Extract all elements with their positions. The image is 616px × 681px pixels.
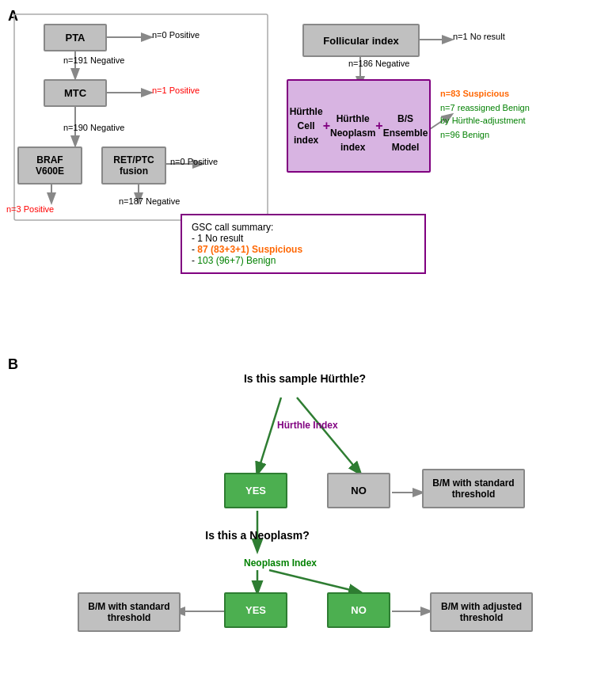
pta-box: PTA bbox=[44, 24, 107, 51]
summary-title: GSC call summary: bbox=[192, 222, 415, 233]
braf-box: BRAFV600E bbox=[17, 146, 82, 185]
n0-pos2-label: n=0 Positive bbox=[170, 157, 218, 166]
svg-line-12 bbox=[297, 398, 360, 474]
n186-label: n=186 Negative bbox=[348, 59, 409, 68]
n191-label: n=191 Negative bbox=[63, 55, 124, 65]
bm-standard1-box: B/M with standardthreshold bbox=[422, 469, 525, 508]
svg-line-16 bbox=[269, 570, 360, 592]
n187-label: n=187 Negative bbox=[119, 196, 180, 206]
question1: Is this sample Hürthle? bbox=[158, 372, 451, 385]
svg-line-11 bbox=[257, 398, 281, 474]
no2-box: NO bbox=[327, 592, 390, 628]
n96-benign-label: n=96 Benign bbox=[440, 130, 489, 139]
hurthle-index-label: Hürthle Index bbox=[277, 420, 338, 431]
n7-reassigned-label: n=7 reassigned Benign bbox=[440, 103, 530, 112]
n1-noresult-label: n=1 No result bbox=[453, 32, 505, 41]
neoplasm-index-label: Neoplasm Index bbox=[244, 557, 317, 569]
hurthle-adjustment-label: by Hürthle-adjustment bbox=[440, 116, 526, 125]
n83-suspicious-label: n=83 Suspicious bbox=[440, 89, 509, 98]
bm-standard2-box: B/M with standardthreshold bbox=[78, 592, 181, 632]
section-label-b: B bbox=[8, 356, 18, 373]
diagram-container: A bbox=[0, 0, 616, 681]
n0-pos1-label: n=0 Positive bbox=[152, 30, 200, 40]
summary-line3: - 103 (96+7) Benign bbox=[192, 255, 415, 266]
bm-adjusted-box: B/M with adjustedthreshold bbox=[430, 592, 533, 632]
n190-label: n=190 Negative bbox=[63, 123, 124, 132]
summary-line2: - 87 (83+3+1) Suspicious bbox=[192, 244, 415, 255]
n1-pos-label: n=1 Positive bbox=[152, 86, 200, 95]
summary-line1: - 1 No result bbox=[192, 233, 415, 244]
ret-box: RET/PTCfusion bbox=[101, 146, 166, 185]
n3-pos-label: n=3 Positive bbox=[6, 204, 54, 214]
summary-box: GSC call summary: - 1 No result - 87 (83… bbox=[181, 214, 426, 274]
yes1-box: YES bbox=[224, 473, 287, 508]
no1-box: NO bbox=[327, 473, 390, 508]
follicular-index-box: Follicular index bbox=[302, 24, 420, 57]
yes2-box: YES bbox=[224, 592, 287, 628]
section-label-a: A bbox=[8, 8, 18, 25]
question2: Is this a Neoplasm? bbox=[158, 529, 356, 542]
hurthle-combo-box: Hürthle Cell index + Hürthle Neoplasm in… bbox=[287, 79, 431, 173]
mtc-box: MTC bbox=[44, 79, 107, 107]
